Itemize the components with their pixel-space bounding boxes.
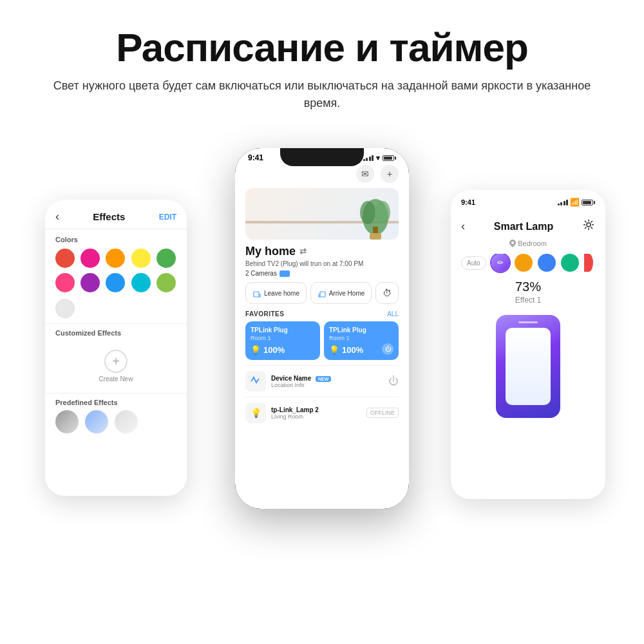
lamp-visual (496, 315, 560, 418)
fav-card-2[interactable]: TPLink Plug Room 1 💡 100% ⏻ (324, 321, 399, 360)
fav-card-2-title: TPLink Plug (329, 327, 393, 334)
right-wifi-icon: 📶 (570, 198, 580, 207)
gear-icon (582, 218, 595, 231)
center-content: My home ⇄ Behind TV2 (Plug) will trun on… (235, 188, 409, 428)
new-badge: NEW (316, 376, 331, 382)
arrive-home-icon (317, 289, 327, 298)
color-purple[interactable] (80, 273, 100, 292)
right-color-row: Auto ✏ (451, 254, 605, 279)
plant-decoration (358, 194, 393, 240)
page-header: Расписание и таймер Свет нужного цвета б… (0, 0, 644, 122)
customized-section: Customized Effects + Create New (45, 323, 187, 393)
leave-home-icon (252, 289, 261, 298)
device-icon-2: 💡 (245, 402, 266, 423)
predefined-effect-3[interactable] (115, 410, 138, 433)
left-edit-btn[interactable]: EDIT (159, 213, 176, 222)
predefined-effect-2[interactable] (85, 410, 108, 433)
svg-rect-4 (370, 233, 381, 240)
right-status-bar: 9:41 📶 (451, 190, 605, 209)
page-title: Расписание и таймер (39, 26, 605, 70)
right-color-red[interactable] (584, 254, 593, 272)
power-button-2[interactable]: ⏻ (382, 343, 393, 355)
add-icon[interactable]: + (381, 165, 399, 183)
home-title-text: My home (245, 245, 296, 258)
arrive-home-label: Arrive Home (329, 290, 365, 297)
fav-card-2-percent-value: 100% (342, 345, 363, 355)
device-name-1: Device Name NEW (271, 375, 383, 382)
color-light-green[interactable] (156, 273, 176, 292)
create-new-button[interactable]: + Create New (55, 345, 176, 388)
leave-home-button[interactable]: Leave home (245, 282, 307, 304)
fav-card-1[interactable]: TPLink Plug Room 1 💡 100% (245, 321, 320, 360)
right-settings-btn[interactable] (582, 218, 595, 234)
right-phone-title: Smart Lamp (494, 221, 553, 232)
device-item-2: 💡 tp-Link_Lamp 2 Living Room OFFLINE (245, 397, 399, 428)
fav-card-2-room: Room 1 (329, 335, 393, 341)
lamp-visual-container (451, 315, 605, 418)
fav-card-1-title: TPLink Plug (251, 327, 315, 334)
device-info-1: Device Name NEW Location Info (271, 375, 383, 388)
battery-icon (383, 155, 396, 161)
left-phone: ‹ Effects EDIT Colors Customized Effects… (45, 200, 187, 496)
plus-icon: + (104, 350, 128, 373)
svg-point-1 (360, 201, 375, 224)
color-blue[interactable] (106, 273, 125, 292)
right-battery-icon (582, 200, 595, 205)
svg-point-2 (375, 201, 390, 224)
device-info-2: tp-Link_Lamp 2 Living Room (271, 406, 361, 420)
color-cyan[interactable] (131, 273, 151, 292)
create-label: Create New (99, 375, 133, 383)
location-label: Bedroom (518, 240, 547, 247)
phone-notch (280, 148, 364, 166)
favorites-header: FAVORITES ALL (245, 310, 399, 317)
edit-color-btn[interactable]: ✏ (491, 254, 509, 272)
right-color-blue[interactable] (538, 254, 556, 272)
color-hot-pink[interactable] (55, 273, 75, 292)
mail-icon[interactable]: ✉ (356, 165, 374, 183)
customized-title: Customized Effects (55, 329, 176, 337)
color-white[interactable] (55, 299, 75, 318)
favorites-all-link[interactable]: ALL (387, 310, 399, 317)
svg-rect-5 (254, 292, 259, 297)
fav-card-1-percent-value: 100% (263, 345, 285, 355)
hero-image (245, 188, 399, 240)
zigzag-icon (249, 375, 262, 388)
timer-button[interactable]: ⏱ (375, 282, 399, 304)
plug-notice: Behind TV2 (Plug) will trun on at 7:00 P… (245, 260, 399, 267)
right-effect: Effect 1 (451, 296, 605, 305)
right-color-amber[interactable] (515, 254, 533, 272)
color-yellow[interactable] (131, 249, 151, 268)
colors-grid (45, 249, 187, 299)
bulb-icon-small: 💡 (251, 408, 261, 418)
left-phone-header: ‹ Effects EDIT (45, 200, 187, 229)
lamp-inner (506, 328, 551, 405)
page-subtitle: Свет нужного цвета будет сам включаться … (39, 77, 605, 112)
favorites-grid: TPLink Plug Room 1 💡 100% TPLink Plug Ro… (245, 321, 399, 360)
device-name-2: tp-Link_Lamp 2 (271, 406, 361, 413)
device-icon-1 (245, 371, 266, 392)
arrive-home-button[interactable]: Arrive Home (310, 282, 372, 304)
color-red[interactable] (55, 249, 75, 268)
color-orange[interactable] (106, 249, 125, 268)
right-time: 9:41 (461, 198, 475, 206)
device-power-btn-1[interactable]: ⏻ (388, 375, 399, 387)
offline-badge: OFFLINE (366, 408, 399, 418)
color-green[interactable] (156, 249, 176, 268)
predefined-effect-1[interactable] (55, 410, 79, 433)
favorites-title: FAVORITES (245, 310, 284, 317)
signal-bars-icon (363, 155, 374, 161)
bulb-icon-1: 💡 (251, 345, 261, 355)
right-back-btn[interactable]: ‹ (461, 220, 465, 233)
camera-icon (279, 270, 290, 277)
cameras-label: 2 Cameras (245, 270, 277, 277)
auto-button[interactable]: Auto (461, 256, 486, 270)
leave-home-label: Leave home (264, 290, 299, 297)
color-pink[interactable] (80, 249, 100, 268)
device-item-1: Device Name NEW Location Info ⏻ (245, 365, 399, 397)
right-color-teal[interactable] (561, 254, 579, 272)
phones-container: ‹ Effects EDIT Colors Customized Effects… (0, 142, 644, 515)
device-location-1: Location Info (271, 382, 383, 388)
predefined-title: Predefined Effects (45, 393, 187, 410)
timer-icon: ⏱ (383, 288, 392, 298)
left-back-btn[interactable]: ‹ (55, 210, 59, 223)
